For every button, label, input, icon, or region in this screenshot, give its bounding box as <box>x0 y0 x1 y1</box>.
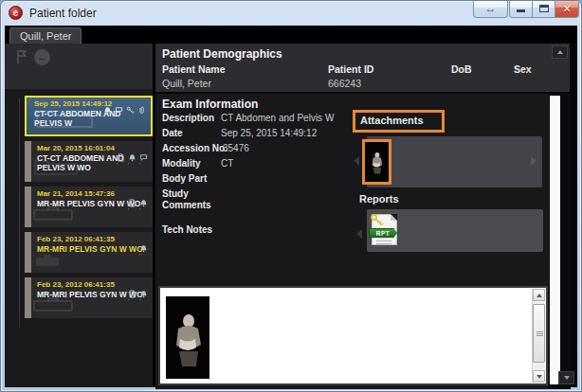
folder-watermark-icon <box>34 108 95 133</box>
flag-icon <box>15 49 32 64</box>
minimize-button[interactable] <box>509 0 533 18</box>
back-button[interactable]: ← <box>34 49 51 66</box>
preview-figure-image <box>166 296 209 379</box>
speech-icon <box>115 106 123 132</box>
pin-window-button[interactable]: ↔ <box>473 0 508 18</box>
tab-patient[interactable]: Quill, Peter <box>9 27 82 44</box>
key-icon <box>370 213 385 232</box>
scroll-up-icon <box>537 294 542 297</box>
briefcase-watermark-icon <box>32 295 74 316</box>
bell-icon <box>103 106 112 132</box>
key-icon <box>126 106 135 132</box>
maximize-icon <box>539 5 549 12</box>
document-icon <box>128 199 136 224</box>
column-header-patient-name: Patient Name <box>162 63 226 75</box>
exam-list-item[interactable]: Feb 23, 2012 06:41:35 MR-MRI PELVIS GYN … <box>25 277 153 318</box>
field-row-study-comments: Study Comments <box>162 188 366 224</box>
column-header-sex: Sex <box>514 63 532 75</box>
window-title: Patient folder <box>29 7 97 20</box>
field-label: Study Comments <box>162 188 221 224</box>
report-document-icon[interactable]: RPT <box>372 214 397 245</box>
reports-panel: RPT <box>367 209 543 252</box>
annotation-box-attachments: Attachments <box>353 110 445 133</box>
attachment-thumbnail[interactable] <box>365 142 389 182</box>
exam-list-item[interactable]: Mar 21, 2014 15:47:36 MR-MR PELVIS GYN W… <box>25 187 153 227</box>
exam-date: Feb 23, 2012 06:41:35 <box>37 280 149 289</box>
sidebar-toolbar: ← <box>5 44 153 89</box>
exam-date: Mar 20, 2015 16:01:04 <box>37 144 149 152</box>
exam-status-icons <box>117 153 148 179</box>
text-line <box>376 243 391 244</box>
timeline <box>19 98 20 328</box>
field-row-accession: Accession No. 35476 <box>162 143 366 158</box>
reports-title: Reports <box>359 193 399 205</box>
reports-prev-icon[interactable] <box>356 229 362 239</box>
minimize-icon <box>517 9 525 12</box>
page-fold-cut <box>391 214 397 221</box>
scroll-thumb[interactable] <box>533 304 545 363</box>
patient-demographics-section: Patient Demographics Patient Name Patien… <box>155 44 570 92</box>
exam-list-item[interactable]: Sep 25, 2015 14:49:12 CT-CT ABDOMEN AND … <box>25 96 153 136</box>
patient-folder-window: e Patient folder ↔ ✕ Quill, Peter <box>0 0 582 392</box>
document-icon <box>117 153 125 179</box>
close-button[interactable]: ✕ <box>555 0 579 18</box>
scroll-down-icon <box>564 376 570 380</box>
tab-bar: Quill, Peter <box>5 26 577 44</box>
preview-scrollbar[interactable] <box>532 289 545 383</box>
field-value <box>221 173 366 188</box>
briefcase-watermark-icon <box>32 252 70 271</box>
main-scroll-down-button[interactable] <box>558 371 574 384</box>
scroll-up-button[interactable] <box>533 289 545 301</box>
column-header-patient-id: Patient ID <box>328 63 373 75</box>
preview-thumbnail[interactable] <box>166 296 209 379</box>
exam-list-item[interactable]: Mar 20, 2015 16:01:04 CT-CT ABDOMEN AND … <box>25 141 153 182</box>
section-title: Patient Demographics <box>162 47 282 61</box>
patient-name-value: Quill, Peter <box>162 78 211 89</box>
title-bar: e Patient folder ↔ ✕ <box>1 1 581 26</box>
field-row-description: Description CT Abdomen and Pelvis W <box>162 113 366 128</box>
exam-list: Sep 25, 2015 14:49:12 CT-CT ABDOMEN AND … <box>25 96 153 323</box>
scroll-up-icon <box>557 50 563 54</box>
main-scrollbar-thumb[interactable] <box>550 96 560 384</box>
field-label: Description <box>162 113 221 128</box>
speech-icon <box>139 153 148 179</box>
field-row-date: Date Sep 25, 2015 14:49:12 <box>162 128 366 143</box>
scroll-down-button[interactable] <box>533 370 545 383</box>
field-label: Accession No. <box>162 143 221 158</box>
flag-button[interactable] <box>15 49 32 66</box>
field-label: Body Part <box>162 173 221 188</box>
document-icon <box>128 290 136 315</box>
field-label: Tech Notes <box>162 224 221 240</box>
paperclip-icon <box>137 106 146 132</box>
attachment-preview-panel <box>158 286 548 385</box>
grip-icon <box>537 331 543 336</box>
maximize-button[interactable] <box>532 0 555 18</box>
field-value <box>221 224 366 240</box>
field-value: 35476 <box>221 143 366 158</box>
field-value: CT Abdomen and Pelvis W <box>221 113 366 128</box>
exam-date: Feb 23, 2012 06:41:35 <box>37 235 149 243</box>
attachment-figure-image <box>368 144 386 180</box>
field-row-tech-notes: Tech Notes <box>162 224 366 240</box>
exam-status-icons <box>128 290 148 315</box>
field-value <box>221 188 366 224</box>
field-value: CT <box>221 158 366 173</box>
scroll-down-icon <box>537 375 542 379</box>
exam-date: Mar 21, 2014 15:47:36 <box>37 189 149 198</box>
exam-list-sidebar: ← Sep 25, 2015 14:49:12 CT-CT ABDOMEN AN… <box>5 44 153 387</box>
field-row-modality: Modality CT <box>162 158 366 173</box>
exam-list-item[interactable]: Feb 23, 2012 06:41:35 MR-MRI PELVIS GYN … <box>25 232 153 273</box>
exam-status-icons <box>128 199 148 224</box>
main-scroll-up-button[interactable] <box>552 45 568 59</box>
annotation-box-attachment-thumbnail <box>362 139 391 185</box>
attachments-prev-icon[interactable] <box>354 156 359 166</box>
field-value: Sep 25, 2015 14:49:12 <box>221 128 366 143</box>
exam-information-section: Exam Information Description CT Abdomen … <box>155 94 570 389</box>
content-area: ← Sep 25, 2015 14:49:12 CT-CT ABDOMEN AN… <box>5 44 577 387</box>
bell-icon <box>139 290 148 315</box>
field-row-body-part: Body Part <box>162 173 366 188</box>
attachments-next-icon[interactable] <box>531 156 537 166</box>
bell-icon <box>128 153 136 179</box>
bell-icon <box>139 244 148 270</box>
patient-id-value: 666243 <box>328 78 361 89</box>
